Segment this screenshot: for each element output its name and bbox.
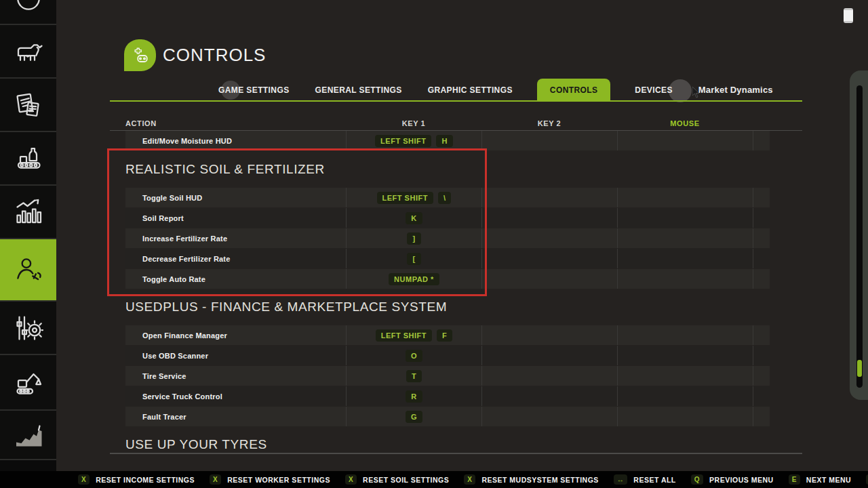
mouse-cell[interactable] bbox=[617, 269, 753, 289]
table-row[interactable]: Fault Tracer G bbox=[125, 407, 770, 426]
mouse-cell[interactable] bbox=[617, 188, 753, 207]
sidebar-item-contracts[interactable] bbox=[0, 79, 56, 132]
action-label: Fault Tracer bbox=[125, 407, 346, 426]
key2-cell[interactable] bbox=[481, 325, 617, 345]
table-row[interactable]: Tire Service T bbox=[125, 366, 770, 386]
binding-rows: Toggle Soil HUD LEFT SHIFT\ Soil Report … bbox=[125, 188, 770, 289]
key-badge: ] bbox=[407, 232, 420, 245]
table-row[interactable]: Toggle Auto Rate NUMPAD * bbox=[125, 269, 770, 289]
column-header-action: ACTION bbox=[125, 119, 346, 127]
action-label: Toggle Soil HUD bbox=[125, 188, 346, 207]
construction-excavator-icon bbox=[12, 366, 45, 399]
sidebar-item-player-controls[interactable] bbox=[0, 239, 56, 302]
action-label: Tire Service bbox=[125, 366, 346, 386]
mouse-cell[interactable] bbox=[617, 325, 753, 345]
action-label: Decrease Fertilizer Rate bbox=[125, 249, 346, 268]
stub-cell bbox=[753, 269, 770, 289]
table-row[interactable]: Service Truck Control R bbox=[125, 386, 770, 406]
tab-game-settings[interactable]: GAME SETTINGS bbox=[217, 79, 291, 102]
key2-cell[interactable] bbox=[481, 346, 617, 365]
table-row[interactable]: Use OBD Scanner O bbox=[125, 346, 770, 365]
stub-cell bbox=[753, 386, 770, 406]
tab-devices[interactable]: DEVICES bbox=[633, 79, 673, 102]
hint-label: RESET ALL bbox=[633, 476, 675, 484]
phone-status-icon bbox=[844, 8, 853, 23]
page-title: CONTROLS bbox=[163, 45, 266, 66]
animals-cow-icon bbox=[12, 35, 45, 68]
key2-cell[interactable] bbox=[481, 386, 617, 406]
production-icon bbox=[12, 142, 45, 175]
sidebar-item-statistics[interactable] bbox=[0, 186, 56, 239]
table-row[interactable]: Toggle Soil HUD LEFT SHIFT\ bbox=[125, 188, 770, 207]
stub-cell bbox=[753, 366, 770, 386]
tab-general-settings[interactable]: GENERAL SETTINGS bbox=[314, 79, 403, 102]
hint-reset-all[interactable]: ↔ RESET ALL bbox=[614, 474, 676, 485]
key-badge: LEFT SHIFT bbox=[375, 135, 431, 147]
binding-rows: Edit/Move Moisture HUD LEFT SHIFTH bbox=[125, 131, 770, 150]
scrollbar-track[interactable] bbox=[856, 85, 863, 388]
mouse-cell[interactable] bbox=[617, 407, 753, 426]
controls-page-icon bbox=[124, 39, 156, 71]
sidebar-item-animals[interactable] bbox=[0, 25, 56, 79]
stub-cell bbox=[753, 249, 770, 268]
sidebar-item-production[interactable] bbox=[0, 132, 56, 186]
key-badge: G bbox=[406, 411, 422, 423]
tab-graphic-settings[interactable]: GRAPHIC SETTINGS bbox=[427, 79, 514, 102]
table-row[interactable]: Edit/Move Moisture HUD LEFT SHIFTH bbox=[125, 131, 770, 150]
hint-reset-soil[interactable]: X RESET SOIL SETTINGS bbox=[345, 474, 449, 485]
hint-label: RESET MUDSYSTEM SETTINGS bbox=[481, 476, 598, 484]
key-badge: F bbox=[437, 329, 452, 342]
sidebar-item-economy[interactable] bbox=[0, 411, 56, 460]
hint-label: RESET INCOME SETTINGS bbox=[96, 476, 195, 484]
key2-cell[interactable] bbox=[481, 366, 617, 386]
key-badge: X bbox=[210, 474, 221, 485]
mouse-cell[interactable] bbox=[617, 366, 753, 386]
table-row[interactable]: Increase Fertilizer Rate ] bbox=[125, 228, 770, 248]
mouse-cell[interactable] bbox=[617, 346, 753, 365]
key-badge: X bbox=[464, 474, 475, 485]
mouse-cell[interactable] bbox=[617, 131, 753, 150]
section-divider bbox=[110, 453, 802, 454]
key-badge: T bbox=[406, 370, 422, 382]
action-label: Toggle Auto Rate bbox=[125, 269, 346, 289]
stub-cell bbox=[753, 131, 770, 150]
action-label: Edit/Move Moisture HUD bbox=[125, 131, 346, 150]
mouse-cell[interactable] bbox=[617, 228, 753, 248]
mouse-cell[interactable] bbox=[617, 386, 753, 406]
stub-cell bbox=[753, 208, 770, 228]
mouse-cell[interactable] bbox=[617, 208, 753, 228]
sidebar-item-construction[interactable] bbox=[0, 355, 56, 411]
sidebar-item-clock[interactable] bbox=[0, 0, 56, 25]
table-row[interactable]: Open Finance Manager LEFT SHIFTF bbox=[125, 325, 770, 345]
table-row[interactable]: Decrease Fertilizer Rate [ bbox=[125, 249, 770, 268]
key-badge: NUMPAD * bbox=[389, 273, 439, 285]
key2-cell[interactable] bbox=[481, 269, 617, 289]
hint-reset-mudsystem[interactable]: X RESET MUDSYSTEM SETTINGS bbox=[464, 474, 599, 485]
key2-cell[interactable] bbox=[481, 188, 617, 207]
key2-cell[interactable] bbox=[481, 131, 617, 150]
key2-cell[interactable] bbox=[481, 228, 617, 248]
key2-cell[interactable] bbox=[481, 208, 617, 228]
key-badge: LEFT SHIFT bbox=[376, 329, 432, 342]
hint-reset-worker[interactable]: X RESET WORKER SETTINGS bbox=[210, 474, 330, 485]
hint-reset-income[interactable]: X RESET INCOME SETTINGS bbox=[78, 474, 195, 485]
hint-label: NEXT MENU bbox=[806, 476, 851, 484]
mouse-cell[interactable] bbox=[617, 249, 753, 268]
player-controls-icon bbox=[12, 253, 45, 287]
scrollbar-thumb[interactable] bbox=[857, 360, 862, 377]
stub-cell bbox=[753, 346, 770, 365]
tab-controls[interactable]: CONTROLS bbox=[537, 79, 611, 102]
key-badge: K bbox=[406, 212, 422, 224]
table-row[interactable]: Soil Report K bbox=[125, 208, 770, 228]
contracts-documents-icon bbox=[12, 89, 45, 121]
tab-market-dynamics[interactable]: Market Dynamics bbox=[697, 78, 774, 102]
economy-chart-icon bbox=[12, 419, 45, 451]
sidebar-item-game-settings[interactable] bbox=[0, 302, 56, 355]
hint-next-menu[interactable]: E NEXT MENU bbox=[789, 474, 852, 485]
hint-previous-menu[interactable]: Q PREVIOUS MENU bbox=[691, 474, 774, 485]
key2-cell[interactable] bbox=[481, 249, 617, 268]
stub-cell bbox=[753, 407, 770, 426]
key2-cell[interactable] bbox=[481, 407, 617, 426]
key-badge: [ bbox=[407, 253, 420, 265]
stub-cell bbox=[753, 325, 770, 345]
